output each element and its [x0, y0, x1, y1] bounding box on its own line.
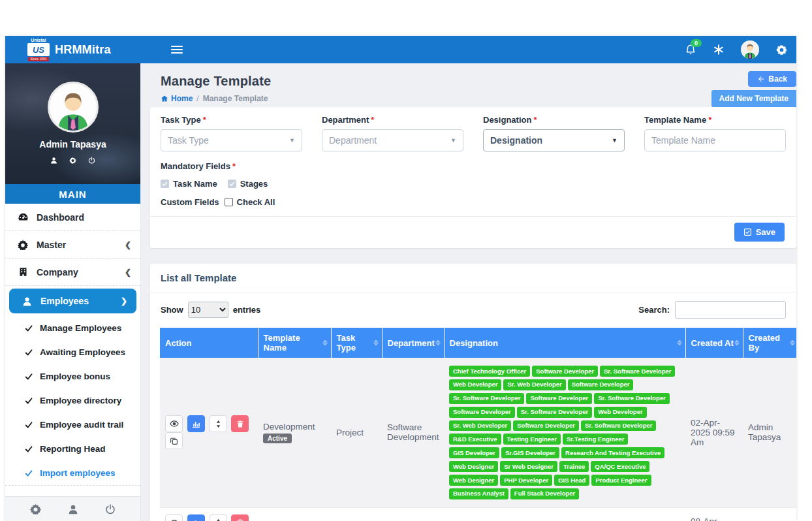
- view-button[interactable]: [165, 415, 183, 432]
- chevron-left-icon: ❮: [125, 268, 131, 277]
- designation-badge: Web Designer: [449, 461, 498, 472]
- sidebar-item-master[interactable]: Master ❮: [5, 231, 140, 259]
- sidebar-item-company[interactable]: Company ❮: [5, 259, 140, 286]
- gear-icon[interactable]: [776, 44, 787, 55]
- task-type-cell: Project: [331, 358, 382, 507]
- table-column-header[interactable]: Designation: [444, 328, 685, 358]
- sidebar-subitem[interactable]: Awaiting Employees: [5, 340, 140, 364]
- chevron-down-icon: ▼: [612, 137, 617, 144]
- logo-monogram: US: [27, 43, 50, 56]
- copy-button[interactable]: [165, 432, 183, 449]
- sort-order-button[interactable]: [210, 514, 227, 521]
- designation-badge: Software Developer: [449, 407, 515, 418]
- delete-button[interactable]: [231, 415, 249, 432]
- task-type-select[interactable]: Task Type ▼: [161, 129, 302, 151]
- chart-button[interactable]: [187, 415, 205, 432]
- table-column-header[interactable]: Created At: [685, 328, 743, 358]
- created-by-cell: Admin Tapasya: [743, 507, 796, 521]
- department-cell: Software Development: [382, 358, 444, 507]
- breadcrumb-separator: /: [196, 94, 198, 103]
- sort-icon[interactable]: [322, 340, 328, 346]
- footer-user-icon[interactable]: [68, 504, 78, 514]
- sidebar-subitem[interactable]: Reporting Head: [5, 437, 140, 461]
- sidebar-subitem-label: Import employees: [40, 468, 116, 478]
- template-name-text: Development: [263, 422, 315, 432]
- show-label: Show: [161, 305, 183, 315]
- custom-fields-label: Custom Fields: [161, 197, 219, 207]
- user-avatar[interactable]: [741, 40, 759, 59]
- created-at-cell: 02-Apr-2025 09:59 Am: [685, 358, 743, 507]
- breadcrumb-home-link[interactable]: Home: [161, 94, 193, 103]
- save-button[interactable]: Save: [734, 223, 785, 242]
- table-column-header[interactable]: Template Name: [258, 328, 331, 358]
- hamburger-menu-icon[interactable]: [171, 44, 183, 55]
- designation-badge: Software Developer: [513, 420, 579, 432]
- created-by-cell: Admin Tapasya: [743, 358, 796, 507]
- notification-count-badge: 0: [691, 39, 702, 47]
- sort-icon[interactable]: [677, 340, 682, 346]
- page-size-select[interactable]: 10: [188, 302, 228, 318]
- profile-power-icon[interactable]: [88, 155, 95, 166]
- department-field: Department* Department ▼: [322, 115, 463, 151]
- sidebar-item-dashboard[interactable]: Dashboard: [5, 204, 140, 231]
- designation-cell: Chief Technology OfficerSoftware Develop…: [444, 358, 685, 507]
- designation-badge: Software Developer: [532, 366, 598, 377]
- sort-icon[interactable]: [373, 340, 379, 346]
- sort-icon[interactable]: [734, 340, 740, 346]
- sort-icon[interactable]: [790, 340, 795, 346]
- search-label: Search:: [638, 305, 670, 315]
- table-column-header[interactable]: Task Type: [331, 328, 382, 358]
- sidebar-footer: [5, 496, 140, 521]
- sidebar-subitem-label: Employee bonus: [40, 371, 110, 381]
- add-new-template-button[interactable]: Add New Template: [711, 90, 796, 107]
- template-name-cell: Development Active: [258, 358, 331, 507]
- action-cell: [160, 507, 258, 521]
- profile-user-icon[interactable]: [50, 155, 57, 166]
- list-title: List all Template: [150, 264, 796, 292]
- asterisk-icon[interactable]: [713, 44, 724, 55]
- delete-button[interactable]: [231, 514, 249, 521]
- profile-avatar[interactable]: [48, 82, 99, 133]
- department-label: Department*: [322, 115, 463, 125]
- sidebar-subitem[interactable]: Employee audit trail: [5, 413, 140, 437]
- sidebar-subitem[interactable]: Import employees: [5, 461, 140, 485]
- sidebar-subitem[interactable]: Employee directory: [5, 388, 140, 413]
- sidebar-subitem[interactable]: Employee bonus: [5, 364, 140, 388]
- footer-gear-icon[interactable]: [30, 503, 41, 514]
- designation-select[interactable]: Designation ▼: [483, 129, 625, 151]
- designation-badge: Sr Web Designer: [500, 461, 557, 472]
- notification-bell-icon[interactable]: 0: [685, 44, 696, 55]
- designation-cell: Assistant Product ManagerAssistant Produ…: [444, 507, 685, 521]
- search-input[interactable]: [675, 301, 786, 319]
- sort-icon[interactable]: [435, 340, 441, 346]
- chart-button[interactable]: [187, 514, 205, 521]
- sort-order-button[interactable]: [210, 415, 227, 432]
- sidebar-subitem[interactable]: Manage Employees: [5, 316, 140, 340]
- designation-badge: Web Developer: [594, 407, 646, 418]
- check-icon: [25, 349, 33, 356]
- created-at-cell: 08-Apr-2025 12:39 Pm: [685, 507, 743, 521]
- arrow-left-icon: [757, 75, 765, 83]
- home-icon: [161, 95, 168, 103]
- logo-title: Unistal: [31, 38, 46, 42]
- template-name-field: Template Name*: [644, 115, 786, 151]
- template-table: Action Template Name Task Type Departmen…: [160, 328, 796, 521]
- task-name-checkbox-label: Task Name: [173, 179, 217, 189]
- check-all-checkbox[interactable]: [225, 198, 233, 206]
- profile-gear-icon[interactable]: [69, 155, 76, 166]
- footer-power-icon[interactable]: [105, 504, 116, 514]
- profile-user-name: Admin Tapasya: [39, 139, 106, 150]
- designation-badge: Product Engineer: [591, 475, 651, 486]
- table-column-header[interactable]: Action: [160, 328, 258, 358]
- task-name-checkbox: [161, 180, 169, 188]
- sidebar-item-employees[interactable]: Employees ❯︎: [9, 289, 136, 313]
- check-icon: [25, 445, 33, 453]
- table-column-header[interactable]: Created By: [743, 328, 796, 358]
- table-column-header[interactable]: Department: [382, 328, 444, 358]
- chevron-down-icon: ▼: [289, 137, 295, 144]
- designation-badge: Sr. Software Developer: [449, 393, 524, 404]
- template-name-input[interactable]: [644, 129, 786, 151]
- back-button[interactable]: Back: [748, 71, 796, 87]
- view-button[interactable]: [165, 514, 183, 521]
- department-select[interactable]: Department ▼: [322, 129, 463, 151]
